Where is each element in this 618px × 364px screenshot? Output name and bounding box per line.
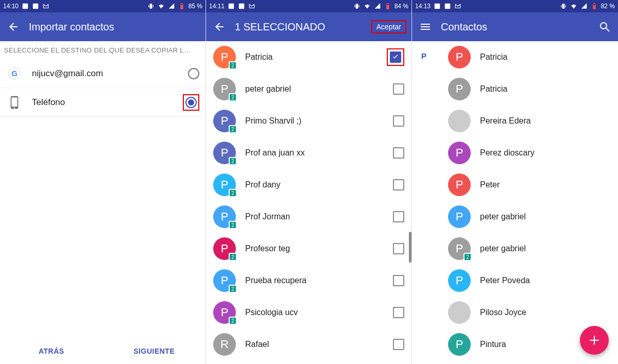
sim-badge: 2: [229, 61, 237, 70]
contact-avatar: P2: [213, 301, 236, 324]
contact-row[interactable]: P2Primo Sharvil ;): [206, 105, 411, 137]
status-battery: 85 %: [188, 3, 202, 10]
checkbox-unchecked[interactable]: [393, 275, 404, 286]
status-battery: 84 %: [394, 3, 408, 10]
contact-avatar: P2: [213, 237, 236, 260]
contact-avatar: P2: [213, 142, 236, 164]
contact-row[interactable]: P2Psicologia ucv: [206, 297, 411, 328]
sim-badge: 2: [229, 189, 237, 197]
contact-name: Prof dany: [245, 180, 393, 189]
svg-line-31: [606, 28, 609, 31]
destination-row-google[interactable]: G nijucv@gmail.com: [0, 59, 205, 88]
contact-row[interactable]: RRafael: [206, 328, 411, 360]
contact-name: Prof Jorman: [245, 212, 393, 221]
checkbox-unchecked[interactable]: [393, 115, 404, 127]
contact-avatar: P2: [213, 46, 236, 68]
contact-name: Psicologia ucv: [245, 308, 393, 317]
vibrate-icon: [560, 3, 567, 10]
vibrate-icon: [147, 3, 154, 10]
subheader: SELECCIONE EL DESTINO DEL QUE DESEA COPI…: [0, 41, 205, 59]
image-icon: [228, 3, 235, 10]
sim-badge: 2: [229, 93, 237, 101]
back-button[interactable]: ATRÁS: [0, 338, 103, 364]
page-title: 1 SELECCIONADO: [235, 21, 364, 33]
menu-icon[interactable]: [417, 19, 434, 35]
contact-name: Peter: [480, 180, 611, 189]
status-time: 14:11: [209, 3, 225, 10]
scrollbar-thumb[interactable]: [409, 232, 411, 263]
pane-import: 14:10 85 % Importar contactos SELECCIONE…: [0, 0, 206, 364]
radio-checked[interactable]: [185, 97, 197, 108]
sim-badge: 2: [229, 253, 237, 261]
contact-avatar: P2: [213, 174, 236, 196]
status-bar: 14:11 84 %: [206, 0, 411, 12]
checkbox-unchecked[interactable]: [393, 307, 404, 318]
vibrate-icon: [353, 3, 360, 10]
svg-rect-21: [562, 4, 564, 8]
contact-row[interactable]: Piloso Joyce: [412, 297, 618, 328]
battery-icon: [384, 3, 391, 10]
svg-rect-12: [239, 4, 245, 9]
checkbox-unchecked[interactable]: [393, 339, 404, 350]
svg-rect-29: [421, 29, 430, 30]
contact-name: Pereira Edera: [480, 116, 611, 126]
destination-row-phone[interactable]: Teléfono: [0, 88, 205, 117]
back-icon[interactable]: [5, 19, 22, 35]
contact-name: Prof ana juan xx: [245, 148, 393, 158]
destination-label: nijucv@gmail.com: [32, 68, 188, 79]
signal-icon: [374, 3, 381, 10]
image-icon: [444, 3, 451, 10]
search-icon[interactable]: [596, 19, 613, 35]
checkbox-checked[interactable]: [390, 51, 401, 63]
status-battery: 82 %: [601, 3, 615, 10]
contact-row[interactable]: P2Profesor teg: [206, 233, 411, 265]
contact-row[interactable]: PPatricia: [412, 73, 618, 105]
contact-row[interactable]: P2Prof ana juan xx: [206, 137, 411, 169]
contact-name: peter gabriel: [245, 84, 393, 94]
checkbox-unchecked[interactable]: [393, 179, 404, 190]
contact-row[interactable]: PPeter Poveda: [412, 265, 618, 297]
app-bar: Importar contactos: [0, 12, 205, 41]
contact-row[interactable]: P2Prof dany: [206, 169, 411, 201]
contact-name: Piloso Joyce: [480, 308, 611, 317]
contact-row[interactable]: PPatricia: [412, 41, 618, 73]
svg-point-10: [14, 107, 15, 108]
checkbox-unchecked[interactable]: [393, 211, 404, 222]
contact-row[interactable]: PPerez dioscary: [412, 137, 618, 169]
contact-row[interactable]: P2peter gabriel: [206, 73, 411, 105]
contact-avatar: [448, 301, 471, 324]
battery-icon: [591, 3, 598, 10]
svg-rect-14: [354, 5, 355, 8]
contact-row[interactable]: P2Prueba recupera: [206, 265, 411, 297]
checkbox-unchecked[interactable]: [393, 83, 404, 95]
contact-avatar: P: [448, 205, 471, 228]
svg-rect-7: [181, 5, 183, 9]
contact-row[interactable]: PPeter: [412, 169, 618, 201]
accept-button[interactable]: Aceptar: [371, 20, 406, 33]
pane-contacts: 14:13 82 % Contactos P PPatriciaPPatrici…: [412, 0, 618, 364]
wifi-icon: [158, 3, 165, 10]
checkbox-unchecked[interactable]: [393, 243, 404, 254]
contact-avatar: [448, 110, 471, 132]
next-button[interactable]: SIGUIENTE: [103, 338, 206, 364]
radio-unchecked[interactable]: [188, 68, 199, 79]
svg-rect-11: [229, 4, 234, 9]
contact-row[interactable]: Pereira Edera: [412, 105, 618, 137]
contact-row[interactable]: Ppeter gabriel: [412, 201, 618, 233]
status-bar: 14:13 82 %: [412, 0, 618, 12]
contact-avatar: P2: [213, 205, 236, 228]
contact-name: Perez dioscary: [480, 148, 611, 158]
contact-row[interactable]: P2Prof Jorman: [206, 201, 411, 233]
contact-row[interactable]: P2Patricia: [206, 41, 411, 73]
contact-row[interactable]: P2peter gabriel: [412, 233, 618, 265]
contact-name: Patricia: [245, 53, 387, 62]
checkbox-unchecked[interactable]: [393, 147, 404, 159]
back-icon[interactable]: [211, 19, 228, 35]
page-title: Importar contactos: [29, 21, 200, 33]
contact-avatar: P: [448, 46, 471, 68]
svg-rect-4: [152, 5, 153, 8]
add-contact-fab[interactable]: [580, 326, 609, 355]
svg-point-30: [600, 23, 607, 29]
svg-rect-6: [181, 3, 182, 4]
contact-avatar: P: [448, 333, 471, 356]
